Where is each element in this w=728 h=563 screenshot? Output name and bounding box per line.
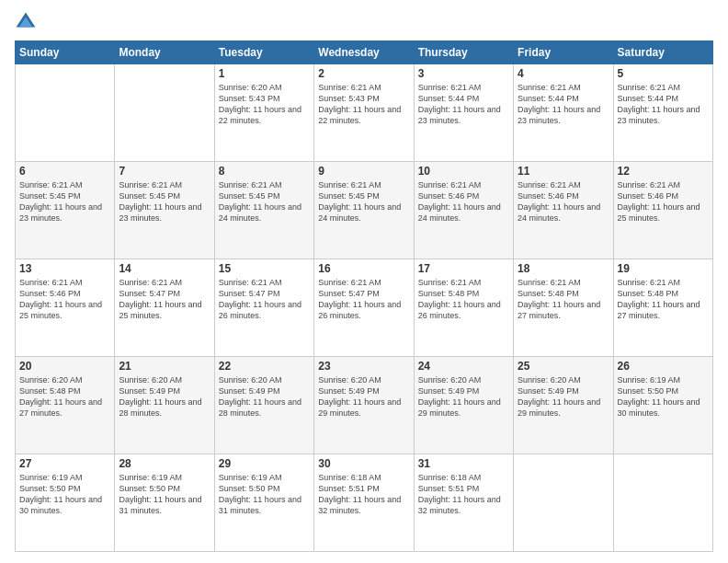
day-info: Sunrise: 6:21 AM Sunset: 5:48 PM Dayligh… xyxy=(618,277,709,322)
day-number: 27 xyxy=(19,457,110,470)
weekday-header-saturday: Saturday xyxy=(613,41,712,64)
day-number: 14 xyxy=(119,262,210,275)
weekday-header-sunday: Sunday xyxy=(16,41,115,64)
day-number: 21 xyxy=(119,360,210,373)
day-info: Sunrise: 6:21 AM Sunset: 5:48 PM Dayligh… xyxy=(518,277,609,322)
day-number: 1 xyxy=(219,67,310,80)
calendar-cell: 2Sunrise: 6:21 AM Sunset: 5:43 PM Daylig… xyxy=(314,64,414,162)
day-number: 2 xyxy=(318,67,409,80)
calendar-cell xyxy=(613,454,712,552)
day-number: 19 xyxy=(618,262,709,275)
day-number: 8 xyxy=(219,165,310,178)
day-number: 30 xyxy=(318,457,409,470)
day-number: 31 xyxy=(418,457,509,470)
calendar-week-5: 27Sunrise: 6:19 AM Sunset: 5:50 PM Dayli… xyxy=(16,454,713,552)
calendar-cell: 9Sunrise: 6:21 AM Sunset: 5:45 PM Daylig… xyxy=(314,162,414,259)
day-info: Sunrise: 6:19 AM Sunset: 5:50 PM Dayligh… xyxy=(219,472,310,517)
day-info: Sunrise: 6:20 AM Sunset: 5:49 PM Dayligh… xyxy=(418,374,509,419)
calendar-cell: 3Sunrise: 6:21 AM Sunset: 5:44 PM Daylig… xyxy=(414,64,513,162)
day-info: Sunrise: 6:18 AM Sunset: 5:51 PM Dayligh… xyxy=(318,472,409,517)
day-info: Sunrise: 6:21 AM Sunset: 5:45 PM Dayligh… xyxy=(318,179,409,224)
calendar-week-1: 1Sunrise: 6:20 AM Sunset: 5:43 PM Daylig… xyxy=(16,64,713,162)
day-info: Sunrise: 6:19 AM Sunset: 5:50 PM Dayligh… xyxy=(618,374,709,419)
day-number: 20 xyxy=(19,360,110,373)
calendar-cell: 26Sunrise: 6:19 AM Sunset: 5:50 PM Dayli… xyxy=(613,357,712,454)
weekday-header-friday: Friday xyxy=(514,41,613,64)
calendar-cell: 6Sunrise: 6:21 AM Sunset: 5:45 PM Daylig… xyxy=(16,162,115,259)
day-number: 4 xyxy=(518,67,609,80)
day-info: Sunrise: 6:21 AM Sunset: 5:46 PM Dayligh… xyxy=(418,179,509,224)
day-info: Sunrise: 6:20 AM Sunset: 5:49 PM Dayligh… xyxy=(119,374,210,419)
day-info: Sunrise: 6:21 AM Sunset: 5:45 PM Dayligh… xyxy=(219,179,310,224)
weekday-header-monday: Monday xyxy=(115,41,214,64)
day-info: Sunrise: 6:21 AM Sunset: 5:47 PM Dayligh… xyxy=(318,277,409,322)
calendar-cell: 14Sunrise: 6:21 AM Sunset: 5:47 PM Dayli… xyxy=(115,259,214,357)
day-number: 7 xyxy=(119,165,210,178)
calendar-cell: 7Sunrise: 6:21 AM Sunset: 5:45 PM Daylig… xyxy=(115,162,214,259)
day-number: 3 xyxy=(418,67,509,80)
day-info: Sunrise: 6:21 AM Sunset: 5:44 PM Dayligh… xyxy=(418,82,509,127)
calendar-cell: 1Sunrise: 6:20 AM Sunset: 5:43 PM Daylig… xyxy=(214,64,313,162)
calendar-cell: 5Sunrise: 6:21 AM Sunset: 5:44 PM Daylig… xyxy=(613,64,712,162)
calendar-cell: 22Sunrise: 6:20 AM Sunset: 5:49 PM Dayli… xyxy=(214,357,313,454)
day-number: 5 xyxy=(618,67,709,80)
calendar-cell: 31Sunrise: 6:18 AM Sunset: 5:51 PM Dayli… xyxy=(414,454,513,552)
calendar-cell: 12Sunrise: 6:21 AM Sunset: 5:46 PM Dayli… xyxy=(613,162,712,259)
calendar-cell: 16Sunrise: 6:21 AM Sunset: 5:47 PM Dayli… xyxy=(314,259,414,357)
day-info: Sunrise: 6:21 AM Sunset: 5:46 PM Dayligh… xyxy=(518,179,609,224)
day-info: Sunrise: 6:20 AM Sunset: 5:49 PM Dayligh… xyxy=(318,374,409,419)
header xyxy=(15,11,713,33)
calendar-cell: 25Sunrise: 6:20 AM Sunset: 5:49 PM Dayli… xyxy=(514,357,613,454)
calendar-cell: 18Sunrise: 6:21 AM Sunset: 5:48 PM Dayli… xyxy=(514,259,613,357)
calendar-cell: 28Sunrise: 6:19 AM Sunset: 5:50 PM Dayli… xyxy=(115,454,214,552)
calendar-cell: 29Sunrise: 6:19 AM Sunset: 5:50 PM Dayli… xyxy=(214,454,313,552)
logo xyxy=(15,11,40,33)
calendar-cell: 21Sunrise: 6:20 AM Sunset: 5:49 PM Dayli… xyxy=(115,357,214,454)
day-number: 24 xyxy=(418,360,509,373)
day-number: 22 xyxy=(219,360,310,373)
calendar-cell: 10Sunrise: 6:21 AM Sunset: 5:46 PM Dayli… xyxy=(414,162,513,259)
day-number: 26 xyxy=(618,360,709,373)
calendar-cell: 23Sunrise: 6:20 AM Sunset: 5:49 PM Dayli… xyxy=(314,357,414,454)
calendar-table: SundayMondayTuesdayWednesdayThursdayFrid… xyxy=(15,40,713,552)
calendar-cell: 11Sunrise: 6:21 AM Sunset: 5:46 PM Dayli… xyxy=(514,162,613,259)
weekday-header-row: SundayMondayTuesdayWednesdayThursdayFrid… xyxy=(16,41,713,64)
calendar-week-4: 20Sunrise: 6:20 AM Sunset: 5:48 PM Dayli… xyxy=(16,357,713,454)
day-info: Sunrise: 6:20 AM Sunset: 5:48 PM Dayligh… xyxy=(19,374,110,419)
day-number: 13 xyxy=(19,262,110,275)
calendar-cell: 15Sunrise: 6:21 AM Sunset: 5:47 PM Dayli… xyxy=(214,259,313,357)
day-number: 18 xyxy=(518,262,609,275)
calendar-week-3: 13Sunrise: 6:21 AM Sunset: 5:46 PM Dayli… xyxy=(16,259,713,357)
day-number: 15 xyxy=(219,262,310,275)
weekday-header-thursday: Thursday xyxy=(414,41,513,64)
day-info: Sunrise: 6:21 AM Sunset: 5:46 PM Dayligh… xyxy=(618,179,709,224)
calendar-cell xyxy=(115,64,214,162)
day-number: 16 xyxy=(318,262,409,275)
day-info: Sunrise: 6:20 AM Sunset: 5:43 PM Dayligh… xyxy=(219,82,310,127)
page: SundayMondayTuesdayWednesdayThursdayFrid… xyxy=(0,0,728,563)
calendar-cell: 20Sunrise: 6:20 AM Sunset: 5:48 PM Dayli… xyxy=(16,357,115,454)
day-info: Sunrise: 6:21 AM Sunset: 5:43 PM Dayligh… xyxy=(318,82,409,127)
day-number: 23 xyxy=(318,360,409,373)
calendar-cell: 19Sunrise: 6:21 AM Sunset: 5:48 PM Dayli… xyxy=(613,259,712,357)
day-info: Sunrise: 6:21 AM Sunset: 5:45 PM Dayligh… xyxy=(119,179,210,224)
day-number: 12 xyxy=(618,165,709,178)
day-number: 10 xyxy=(418,165,509,178)
calendar-cell: 8Sunrise: 6:21 AM Sunset: 5:45 PM Daylig… xyxy=(214,162,313,259)
calendar-cell xyxy=(514,454,613,552)
day-info: Sunrise: 6:21 AM Sunset: 5:44 PM Dayligh… xyxy=(518,82,609,127)
day-number: 9 xyxy=(318,165,409,178)
day-info: Sunrise: 6:20 AM Sunset: 5:49 PM Dayligh… xyxy=(518,374,609,419)
day-info: Sunrise: 6:21 AM Sunset: 5:44 PM Dayligh… xyxy=(618,82,709,127)
calendar-cell: 4Sunrise: 6:21 AM Sunset: 5:44 PM Daylig… xyxy=(514,64,613,162)
logo-icon xyxy=(15,11,37,33)
day-info: Sunrise: 6:21 AM Sunset: 5:47 PM Dayligh… xyxy=(219,277,310,322)
day-info: Sunrise: 6:21 AM Sunset: 5:47 PM Dayligh… xyxy=(119,277,210,322)
weekday-header-wednesday: Wednesday xyxy=(314,41,414,64)
calendar-cell: 13Sunrise: 6:21 AM Sunset: 5:46 PM Dayli… xyxy=(16,259,115,357)
day-info: Sunrise: 6:20 AM Sunset: 5:49 PM Dayligh… xyxy=(219,374,310,419)
day-info: Sunrise: 6:18 AM Sunset: 5:51 PM Dayligh… xyxy=(418,472,509,517)
calendar-cell: 24Sunrise: 6:20 AM Sunset: 5:49 PM Dayli… xyxy=(414,357,513,454)
day-number: 29 xyxy=(219,457,310,470)
weekday-header-tuesday: Tuesday xyxy=(214,41,313,64)
